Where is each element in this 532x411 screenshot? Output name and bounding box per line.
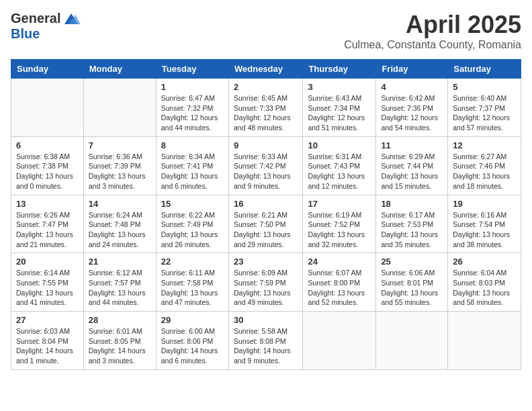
calendar-cell: 15Sunrise: 6:22 AM Sunset: 7:49 PM Dayli… bbox=[156, 195, 228, 253]
weekday-header-tuesday: Tuesday bbox=[156, 60, 228, 79]
logo-general-text: General bbox=[11, 11, 60, 26]
day-number: 25 bbox=[381, 257, 443, 267]
day-number: 29 bbox=[161, 315, 224, 325]
calendar-week-row: 20Sunrise: 6:14 AM Sunset: 7:55 PM Dayli… bbox=[11, 253, 521, 312]
day-info: Sunrise: 6:21 AM Sunset: 7:50 PM Dayligh… bbox=[234, 210, 298, 250]
day-info: Sunrise: 6:04 AM Sunset: 8:03 PM Dayligh… bbox=[453, 268, 516, 308]
day-info: Sunrise: 6:34 AM Sunset: 7:41 PM Dayligh… bbox=[161, 152, 224, 191]
calendar-cell: 28Sunrise: 6:01 AM Sunset: 8:05 PM Dayli… bbox=[83, 312, 156, 370]
day-info: Sunrise: 6:19 AM Sunset: 7:52 PM Dayligh… bbox=[308, 210, 371, 250]
day-info: Sunrise: 6:42 AM Sunset: 7:36 PM Dayligh… bbox=[381, 93, 443, 133]
calendar-cell bbox=[376, 312, 448, 370]
day-number: 22 bbox=[161, 257, 224, 267]
weekday-header-thursday: Thursday bbox=[303, 60, 376, 79]
calendar-cell: 23Sunrise: 6:09 AM Sunset: 7:59 PM Dayli… bbox=[228, 253, 302, 312]
day-number: 30 bbox=[234, 315, 298, 325]
calendar-cell bbox=[303, 312, 376, 370]
day-info: Sunrise: 6:11 AM Sunset: 7:58 PM Dayligh… bbox=[161, 268, 224, 308]
day-number: 8 bbox=[161, 140, 224, 150]
calendar-cell: 20Sunrise: 6:14 AM Sunset: 7:55 PM Dayli… bbox=[11, 253, 84, 312]
day-info: Sunrise: 6:16 AM Sunset: 7:54 PM Dayligh… bbox=[453, 210, 516, 250]
calendar-cell: 17Sunrise: 6:19 AM Sunset: 7:52 PM Dayli… bbox=[303, 195, 376, 253]
day-info: Sunrise: 6:14 AM Sunset: 7:55 PM Dayligh… bbox=[16, 268, 79, 308]
calendar-cell: 29Sunrise: 6:00 AM Sunset: 8:06 PM Dayli… bbox=[156, 312, 228, 370]
day-info: Sunrise: 6:31 AM Sunset: 7:43 PM Dayligh… bbox=[308, 152, 371, 191]
day-number: 11 bbox=[381, 140, 443, 150]
calendar-week-row: 6Sunrise: 6:38 AM Sunset: 7:38 PM Daylig… bbox=[11, 136, 521, 195]
day-number: 12 bbox=[453, 140, 516, 150]
day-number: 19 bbox=[453, 199, 516, 209]
day-number: 16 bbox=[234, 199, 298, 209]
day-info: Sunrise: 6:00 AM Sunset: 8:06 PM Dayligh… bbox=[161, 326, 224, 366]
day-info: Sunrise: 6:24 AM Sunset: 7:48 PM Dayligh… bbox=[89, 210, 151, 250]
calendar-cell bbox=[11, 79, 84, 137]
day-number: 9 bbox=[234, 140, 298, 150]
day-info: Sunrise: 6:22 AM Sunset: 7:49 PM Dayligh… bbox=[161, 210, 224, 250]
day-number: 21 bbox=[89, 257, 151, 267]
calendar-cell: 2Sunrise: 6:45 AM Sunset: 7:33 PM Daylig… bbox=[228, 79, 302, 137]
calendar-cell: 5Sunrise: 6:40 AM Sunset: 7:37 PM Daylig… bbox=[448, 79, 521, 137]
day-number: 2 bbox=[234, 82, 298, 92]
location-title: Culmea, Constanta County, Romania bbox=[344, 39, 521, 51]
calendar-cell: 8Sunrise: 6:34 AM Sunset: 7:41 PM Daylig… bbox=[156, 136, 228, 195]
day-info: Sunrise: 5:58 AM Sunset: 8:08 PM Dayligh… bbox=[234, 326, 298, 366]
calendar-cell: 10Sunrise: 6:31 AM Sunset: 7:43 PM Dayli… bbox=[303, 136, 376, 195]
calendar-cell: 24Sunrise: 6:07 AM Sunset: 8:00 PM Dayli… bbox=[303, 253, 376, 312]
day-info: Sunrise: 6:38 AM Sunset: 7:38 PM Dayligh… bbox=[16, 152, 79, 191]
calendar-cell: 18Sunrise: 6:17 AM Sunset: 7:53 PM Dayli… bbox=[376, 195, 448, 253]
day-number: 15 bbox=[161, 199, 224, 209]
day-number: 26 bbox=[453, 257, 516, 267]
day-info: Sunrise: 6:27 AM Sunset: 7:46 PM Dayligh… bbox=[453, 152, 516, 191]
day-number: 13 bbox=[16, 199, 79, 209]
weekday-header-row: SundayMondayTuesdayWednesdayThursdayFrid… bbox=[11, 60, 521, 79]
calendar-cell: 4Sunrise: 6:42 AM Sunset: 7:36 PM Daylig… bbox=[376, 79, 448, 137]
calendar-cell: 16Sunrise: 6:21 AM Sunset: 7:50 PM Dayli… bbox=[228, 195, 302, 253]
month-title: April 2025 bbox=[344, 11, 521, 39]
day-info: Sunrise: 6:33 AM Sunset: 7:42 PM Dayligh… bbox=[234, 152, 298, 191]
logo: General Blue bbox=[11, 11, 81, 42]
calendar-table: SundayMondayTuesdayWednesdayThursdayFrid… bbox=[11, 59, 521, 370]
calendar-cell: 3Sunrise: 6:43 AM Sunset: 7:34 PM Daylig… bbox=[303, 79, 376, 137]
calendar-cell bbox=[448, 312, 521, 370]
day-info: Sunrise: 6:01 AM Sunset: 8:05 PM Dayligh… bbox=[89, 326, 151, 366]
weekday-header-wednesday: Wednesday bbox=[228, 60, 302, 79]
calendar-cell: 13Sunrise: 6:26 AM Sunset: 7:47 PM Dayli… bbox=[11, 195, 84, 253]
day-number: 23 bbox=[234, 257, 298, 267]
calendar-cell: 14Sunrise: 6:24 AM Sunset: 7:48 PM Dayli… bbox=[83, 195, 156, 253]
calendar-cell: 30Sunrise: 5:58 AM Sunset: 8:08 PM Dayli… bbox=[228, 312, 302, 370]
day-info: Sunrise: 6:12 AM Sunset: 7:57 PM Dayligh… bbox=[89, 268, 151, 308]
calendar-cell: 6Sunrise: 6:38 AM Sunset: 7:38 PM Daylig… bbox=[11, 136, 84, 195]
day-info: Sunrise: 6:47 AM Sunset: 7:32 PM Dayligh… bbox=[161, 93, 224, 133]
weekday-header-monday: Monday bbox=[83, 60, 156, 79]
calendar-cell: 1Sunrise: 6:47 AM Sunset: 7:32 PM Daylig… bbox=[156, 79, 228, 137]
day-number: 3 bbox=[308, 82, 371, 92]
calendar-cell: 19Sunrise: 6:16 AM Sunset: 7:54 PM Dayli… bbox=[448, 195, 521, 253]
day-number: 7 bbox=[89, 140, 151, 150]
calendar-cell bbox=[83, 79, 156, 137]
calendar-week-row: 13Sunrise: 6:26 AM Sunset: 7:47 PM Dayli… bbox=[11, 195, 521, 253]
day-info: Sunrise: 6:17 AM Sunset: 7:53 PM Dayligh… bbox=[381, 210, 443, 250]
day-info: Sunrise: 6:06 AM Sunset: 8:01 PM Dayligh… bbox=[381, 268, 443, 308]
day-info: Sunrise: 6:09 AM Sunset: 7:59 PM Dayligh… bbox=[234, 268, 298, 308]
day-number: 28 bbox=[89, 315, 151, 325]
weekday-header-sunday: Sunday bbox=[11, 60, 84, 79]
day-number: 4 bbox=[381, 82, 443, 92]
calendar-cell: 26Sunrise: 6:04 AM Sunset: 8:03 PM Dayli… bbox=[448, 253, 521, 312]
calendar-week-row: 27Sunrise: 6:03 AM Sunset: 8:04 PM Dayli… bbox=[11, 312, 521, 370]
calendar-cell: 25Sunrise: 6:06 AM Sunset: 8:01 PM Dayli… bbox=[376, 253, 448, 312]
calendar-cell: 27Sunrise: 6:03 AM Sunset: 8:04 PM Dayli… bbox=[11, 312, 84, 370]
day-info: Sunrise: 6:40 AM Sunset: 7:37 PM Dayligh… bbox=[453, 93, 516, 133]
calendar-cell: 21Sunrise: 6:12 AM Sunset: 7:57 PM Dayli… bbox=[83, 253, 156, 312]
calendar-cell: 12Sunrise: 6:27 AM Sunset: 7:46 PM Dayli… bbox=[448, 136, 521, 195]
day-number: 20 bbox=[16, 257, 79, 267]
day-info: Sunrise: 6:43 AM Sunset: 7:34 PM Dayligh… bbox=[308, 93, 371, 133]
logo-icon bbox=[62, 12, 81, 26]
page-header: General Blue April 2025 Culmea, Constant… bbox=[11, 11, 521, 51]
day-number: 27 bbox=[16, 315, 79, 325]
day-number: 6 bbox=[16, 140, 79, 150]
day-number: 24 bbox=[308, 257, 371, 267]
logo-blue-text: Blue bbox=[11, 26, 40, 42]
day-number: 17 bbox=[308, 199, 371, 209]
calendar-cell: 22Sunrise: 6:11 AM Sunset: 7:58 PM Dayli… bbox=[156, 253, 228, 312]
day-number: 14 bbox=[89, 199, 151, 209]
